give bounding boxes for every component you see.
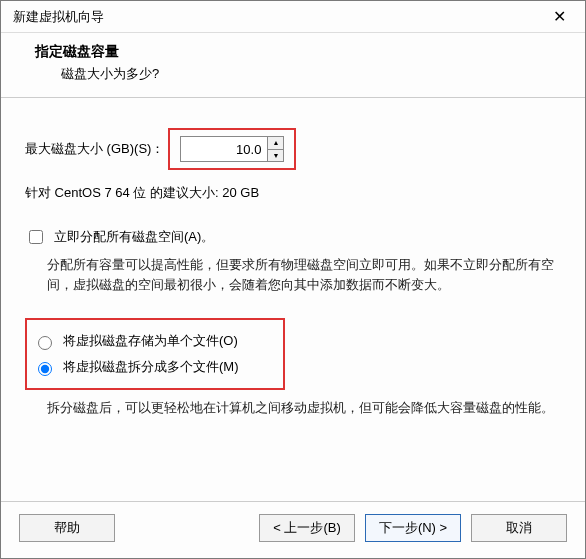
page-title: 指定磁盘容量 bbox=[35, 43, 551, 61]
disk-size-highlight: ▲ ▼ bbox=[168, 128, 296, 170]
cancel-button[interactable]: 取消 bbox=[471, 514, 567, 542]
split-file-desc: 拆分磁盘后，可以更轻松地在计算机之间移动虚拟机，但可能会降低大容量磁盘的性能。 bbox=[47, 398, 561, 418]
spinner-buttons: ▲ ▼ bbox=[267, 137, 283, 161]
split-file-radio[interactable] bbox=[38, 362, 52, 376]
allocate-now-checkbox-row[interactable]: 立即分配所有磁盘空间(A)。 bbox=[25, 228, 561, 247]
disk-size-label: 最大磁盘大小 (GB)(S)： bbox=[25, 140, 164, 158]
spinner-down-icon[interactable]: ▼ bbox=[268, 150, 283, 162]
disk-size-row: 最大磁盘大小 (GB)(S)： ▲ ▼ bbox=[25, 128, 561, 170]
help-button[interactable]: 帮助 bbox=[19, 514, 115, 542]
spinner-up-icon[interactable]: ▲ bbox=[268, 137, 283, 150]
window-title: 新建虚拟机向导 bbox=[13, 8, 104, 26]
disk-size-input[interactable] bbox=[181, 137, 267, 161]
single-file-radio-row[interactable]: 将虚拟磁盘存储为单个文件(O) bbox=[33, 328, 277, 354]
allocate-now-label: 立即分配所有磁盘空间(A)。 bbox=[54, 228, 214, 246]
wizard-dialog: 新建虚拟机向导 ✕ 指定磁盘容量 磁盘大小为多少? 最大磁盘大小 (GB)(S)… bbox=[0, 0, 586, 559]
close-icon[interactable]: ✕ bbox=[541, 5, 577, 29]
page-subtitle: 磁盘大小为多少? bbox=[61, 65, 551, 83]
wizard-content: 最大磁盘大小 (GB)(S)： ▲ ▼ 针对 CentOS 7 64 位 的建议… bbox=[1, 98, 585, 501]
single-file-radio[interactable] bbox=[38, 336, 52, 350]
disk-size-spinner[interactable]: ▲ ▼ bbox=[180, 136, 284, 162]
split-file-radio-row[interactable]: 将虚拟磁盘拆分成多个文件(M) bbox=[33, 354, 277, 380]
next-button[interactable]: 下一步(N) > bbox=[365, 514, 461, 542]
wizard-header: 指定磁盘容量 磁盘大小为多少? bbox=[1, 33, 585, 98]
single-file-label: 将虚拟磁盘存储为单个文件(O) bbox=[63, 332, 238, 350]
recommend-text: 针对 CentOS 7 64 位 的建议大小: 20 GB bbox=[25, 184, 561, 202]
allocate-now-checkbox[interactable] bbox=[29, 230, 43, 244]
titlebar: 新建虚拟机向导 ✕ bbox=[1, 1, 585, 33]
allocate-now-desc: 分配所有容量可以提高性能，但要求所有物理磁盘空间立即可用。如果不立即分配所有空间… bbox=[47, 255, 561, 294]
storage-radio-group: 将虚拟磁盘存储为单个文件(O) 将虚拟磁盘拆分成多个文件(M) bbox=[25, 318, 285, 390]
wizard-footer: 帮助 < 上一步(B) 下一步(N) > 取消 bbox=[1, 501, 585, 558]
split-file-label: 将虚拟磁盘拆分成多个文件(M) bbox=[63, 358, 239, 376]
back-button[interactable]: < 上一步(B) bbox=[259, 514, 355, 542]
